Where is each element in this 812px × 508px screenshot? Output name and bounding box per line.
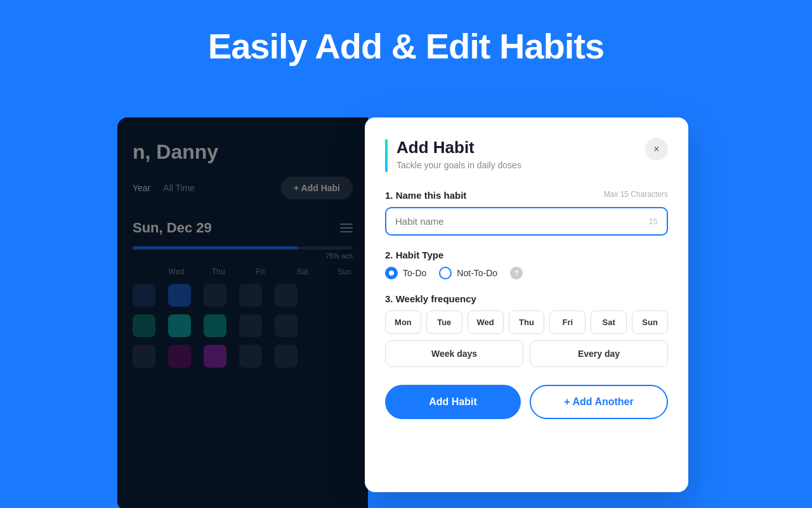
day-tue[interactable]: Tue bbox=[426, 311, 462, 334]
everyday-button[interactable]: Every day bbox=[530, 340, 668, 367]
notodo-radio[interactable] bbox=[439, 267, 452, 279]
help-icon[interactable]: ? bbox=[510, 267, 523, 279]
modal-title-group: Add Habit Tackle your goals in daily dos… bbox=[396, 138, 645, 170]
quick-buttons: Week days Every day bbox=[385, 340, 668, 367]
day-sun[interactable]: Sun bbox=[632, 311, 668, 334]
todo-label: To-Do bbox=[403, 268, 426, 278]
modal-title: Add Habit bbox=[396, 138, 645, 157]
name-section: 1. Name this habit Max 15 Characters 15 bbox=[385, 190, 668, 236]
modal-header: Add Habit Tackle your goals in daily dos… bbox=[385, 138, 668, 172]
add-another-button[interactable]: + Add Another bbox=[530, 385, 668, 419]
habit-type-options: To-Do Not-To-Do ? bbox=[385, 267, 668, 279]
add-habit-button[interactable]: Add Habit bbox=[385, 385, 521, 419]
modal-subtitle: Tackle your goals in daily doses bbox=[396, 160, 645, 170]
todo-option[interactable]: To-Do bbox=[385, 267, 426, 279]
background-overlay bbox=[117, 117, 368, 508]
frequency-section: 3. Weekly frequency Mon Tue Wed Thu Fri … bbox=[385, 293, 668, 367]
todo-radio-inner bbox=[389, 271, 394, 276]
days-row: Mon Tue Wed Thu Fri Sat Sun bbox=[385, 311, 668, 334]
modal-close-button[interactable]: × bbox=[645, 138, 668, 161]
modal-accent-bar bbox=[385, 139, 388, 172]
day-sat[interactable]: Sat bbox=[591, 311, 627, 334]
habit-name-field[interactable] bbox=[395, 216, 649, 227]
notodo-option[interactable]: Not-To-Do bbox=[439, 267, 497, 279]
weekdays-button[interactable]: Week days bbox=[385, 340, 523, 367]
todo-radio[interactable] bbox=[385, 267, 398, 279]
day-thu[interactable]: Thu bbox=[509, 311, 545, 334]
habit-type-label: 2. Habit Type bbox=[385, 250, 668, 260]
page-title: Easily Add & Edit Habits bbox=[0, 0, 812, 67]
name-section-label: 1. Name this habit Max 15 Characters bbox=[385, 190, 668, 201]
day-mon[interactable]: Mon bbox=[385, 311, 421, 334]
notodo-label: Not-To-Do bbox=[457, 268, 497, 278]
frequency-label: 3. Weekly frequency bbox=[385, 293, 668, 304]
action-row: Add Habit + Add Another bbox=[385, 385, 668, 419]
habit-name-input-wrapper[interactable]: 15 bbox=[385, 207, 668, 236]
add-habit-modal: Add Habit Tackle your goals in daily dos… bbox=[365, 117, 688, 492]
char-count: 15 bbox=[649, 217, 658, 226]
day-wed[interactable]: Wed bbox=[468, 311, 504, 334]
char-hint: Max 15 Characters bbox=[604, 190, 668, 199]
day-fri[interactable]: Fri bbox=[549, 311, 586, 334]
habit-type-section: 2. Habit Type To-Do Not-To-Do ? bbox=[385, 250, 668, 279]
